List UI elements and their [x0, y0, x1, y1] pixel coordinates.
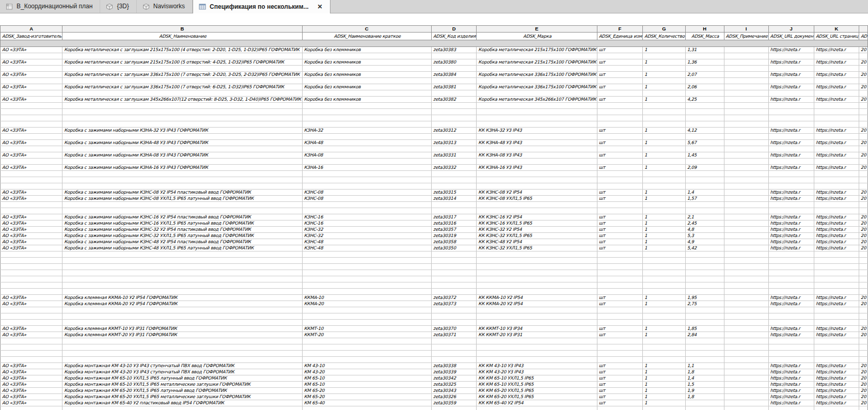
cell-k[interactable]: https://nzeta.r [814, 245, 859, 251]
cell-g[interactable]: 1 [642, 72, 685, 78]
cell-b[interactable]: Коробка с зажимами наборными КЗНА-16 У3 … [62, 165, 303, 171]
cell-h[interactable]: 1,1 [685, 363, 724, 369]
cell-i[interactable] [724, 245, 768, 251]
cell-g[interactable]: 1 [642, 369, 685, 375]
cell-e[interactable]: КК КМ 43-20 У3 IP43 [477, 369, 597, 375]
column-header[interactable]: ADSK_Примечание [724, 33, 768, 40]
cell-d[interactable]: zeta30325 [431, 382, 476, 388]
column-header[interactable]: ADSK_Наименование краткое [302, 33, 431, 40]
cell-c[interactable]: КМ 65-10 [302, 375, 431, 382]
cell-h[interactable]: 1,45 [685, 152, 724, 159]
cell-a[interactable]: АО «ЗЭТА» [1, 140, 62, 146]
cell-g[interactable]: 1 [642, 394, 685, 400]
column-header[interactable]: ADSK_URL докумен [768, 33, 814, 40]
cell-k[interactable]: https://nzeta.r [814, 47, 859, 53]
cell-c[interactable]: Коробка без клеммников [302, 72, 431, 78]
cell-k[interactable]: https://nzeta.r [814, 190, 859, 196]
cell-l[interactable]: 20 [859, 363, 867, 369]
cell-f[interactable]: шт [597, 332, 642, 338]
cell-b[interactable]: Коробка с зажимами наборными КЗНС-32 УХЛ… [62, 233, 303, 239]
cell-g[interactable]: 1 [642, 165, 685, 171]
cell-f[interactable]: шт [597, 388, 642, 394]
cell-i[interactable] [724, 220, 768, 227]
column-letter[interactable]: E [477, 26, 597, 33]
cell-i[interactable] [724, 72, 768, 78]
cell-k[interactable]: https://nzeta.r [814, 196, 859, 202]
cell-c[interactable]: КЗНС-48 [302, 239, 431, 245]
cell-e[interactable]: КК КМ 65-20 УХЛ1,5 IP65 [477, 394, 597, 400]
cell-i[interactable] [724, 363, 768, 369]
cell-g[interactable]: 1 [642, 84, 685, 90]
cell-f[interactable]: шт [597, 165, 642, 171]
column-letter[interactable]: B [62, 26, 303, 33]
cell-d[interactable]: zeta30313 [431, 140, 476, 146]
cell-j[interactable]: https://nzeta.r [768, 59, 814, 66]
cell-b[interactable]: Коробка с зажимами наборными КЗНС-08 УХЛ… [62, 196, 303, 202]
cell-d[interactable]: zeta30332 [431, 165, 476, 171]
cell-i[interactable] [724, 375, 768, 382]
cell-c[interactable]: Коробка без клеммников [302, 59, 431, 66]
cell-c[interactable]: КЗНА-16 [302, 165, 431, 171]
cell-f[interactable]: шт [597, 140, 642, 146]
cell-l[interactable]: 20 [859, 295, 867, 301]
cell-b[interactable]: Коробка клеммная ККМА-10 У2 IP54 ГОФРОМА… [62, 295, 303, 301]
cell-e[interactable]: КК ККМТ-20 У3 IP31 [477, 332, 597, 338]
cell-l[interactable]: 20 [859, 214, 867, 220]
cell-a[interactable]: АО «ЗЭТА» [1, 214, 62, 220]
cell-j[interactable]: https://nzeta.r [768, 363, 814, 369]
cell-f[interactable]: шт [597, 382, 642, 388]
cell-c[interactable]: КМ 43-10 [302, 363, 431, 369]
cell-g[interactable]: 1 [642, 363, 685, 369]
cell-i[interactable] [724, 47, 768, 53]
cell-j[interactable]: https://nzeta.r [768, 196, 814, 202]
cell-h[interactable]: 1,4 [685, 375, 724, 382]
cell-i[interactable] [724, 332, 768, 338]
cell-b[interactable]: Коробка металлическая с заглушкам 215х17… [62, 47, 303, 53]
cell-f[interactable]: шт [597, 239, 642, 245]
cell-c[interactable]: КЗНС-32 [302, 233, 431, 239]
cell-c[interactable]: КМ 65-40 [302, 400, 431, 406]
cell-f[interactable]: шт [597, 400, 642, 406]
cell-b[interactable]: Коробка монтажная КМ 65-10 УХЛ1,5 IP65 л… [62, 375, 303, 382]
cell-d[interactable]: zeta30380 [431, 59, 476, 66]
cell-d[interactable]: zeta30371 [431, 332, 476, 338]
cell-d[interactable]: zeta30316 [431, 220, 476, 227]
cell-l[interactable]: 20 [859, 332, 867, 338]
cell-i[interactable] [724, 140, 768, 146]
cell-e[interactable]: КК ККМА-20 У2 IP54 [477, 301, 597, 307]
cell-c[interactable]: КЗНС-16 [302, 220, 431, 227]
cell-d[interactable]: zeta30326 [431, 394, 476, 400]
cell-h[interactable]: 2,84 [685, 332, 724, 338]
cell-c[interactable]: КМ 65-10 [302, 382, 431, 388]
cell-h[interactable]: 1,8 [685, 369, 724, 375]
cell-k[interactable]: https://nzeta.r [814, 239, 859, 245]
cell-f[interactable]: шт [597, 84, 642, 90]
column-letter[interactable]: H [685, 26, 724, 33]
cell-a[interactable]: АО «ЗЭТА» [1, 295, 62, 301]
cell-j[interactable]: https://nzeta.r [768, 233, 814, 239]
cell-d[interactable]: zeta30338 [431, 363, 476, 369]
cell-b[interactable]: Коробка с зажимами наборными КЗНС-48 У2 … [62, 239, 303, 245]
column-header[interactable]: AD [859, 33, 867, 40]
column-letter[interactable]: F [597, 26, 642, 33]
column-letter[interactable]: C [302, 26, 431, 33]
column-header[interactable]: ADSK_Код изделия [431, 33, 476, 40]
cell-a[interactable]: АО «ЗЭТА» [1, 326, 62, 332]
cell-k[interactable]: https://nzeta.r [814, 152, 859, 159]
cell-a[interactable]: АО «ЗЭТА» [1, 165, 62, 171]
cell-a[interactable]: АО «ЗЭТА» [1, 220, 62, 227]
cell-l[interactable]: 20 [859, 239, 867, 245]
column-header[interactable]: ADSK_URL страниц [814, 33, 859, 40]
cell-f[interactable]: шт [597, 190, 642, 196]
cell-l[interactable]: 20 [859, 388, 867, 394]
cell-h[interactable] [685, 400, 724, 406]
cell-j[interactable]: https://nzeta.r [768, 140, 814, 146]
cell-i[interactable] [724, 382, 768, 388]
cell-k[interactable]: https://nzeta.r [814, 227, 859, 233]
cell-e[interactable]: Коробка металлическая 336х175х100 ГОФРОМ… [477, 72, 597, 78]
tab-schedule-active[interactable]: Спецификация по нескольким... ✕ [193, 0, 330, 13]
cell-e[interactable]: КК КЗНС-16 У2 IP54 [477, 214, 597, 220]
cell-k[interactable]: https://nzeta.r [814, 72, 859, 78]
cell-k[interactable]: https://nzeta.r [814, 326, 859, 332]
cell-e[interactable]: КК КМ 65-10 УХЛ1,5 IP65 [477, 382, 597, 388]
